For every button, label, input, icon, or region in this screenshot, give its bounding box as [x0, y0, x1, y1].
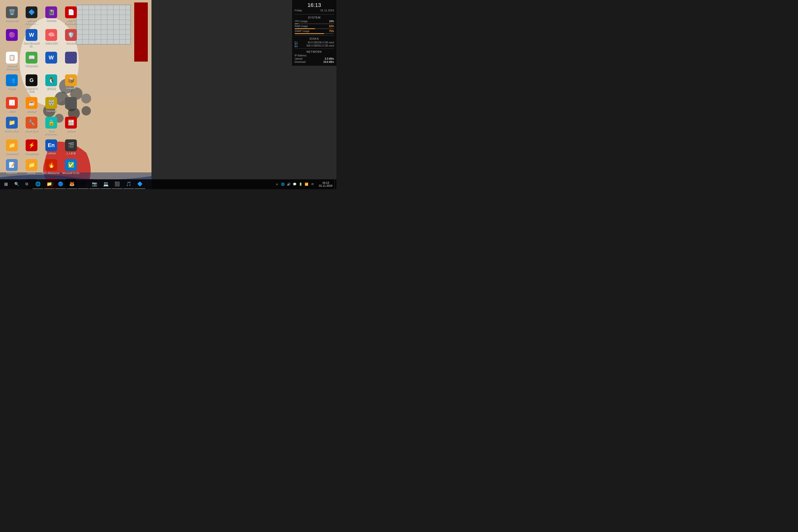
- icon-blurred1[interactable]: [61, 50, 81, 72]
- icon-word2[interactable]: W: [41, 50, 61, 72]
- taskbar-app-app[interactable]: 🔷: [134, 179, 145, 189]
- icon-overwolf[interactable]: 🐺Overwolf: [41, 95, 61, 115]
- icon-cdisplay[interactable]: 📖CDisplayEx: [22, 50, 41, 72]
- disks-section-title: DISKS: [294, 36, 334, 40]
- start-button[interactable]: ⊞: [0, 179, 12, 189]
- icon-label-people: People: [8, 87, 16, 90]
- ram-fill: [294, 28, 315, 29]
- icon-qq[interactable]: 🐧腾讯QQ: [41, 72, 61, 95]
- icon-box-immunet: 🛡️: [65, 29, 77, 41]
- icon-label-cdisplay: CDisplayEx: [25, 64, 38, 68]
- icon-ms-todo[interactable]: ✅Microsoft To Do: [61, 157, 81, 177]
- disk-d-label[interactable]: D:\: [294, 44, 298, 47]
- icon-ms-word[interactable]: WNew Microsoft W...: [22, 27, 41, 50]
- icon-documents[interactable]: 📁Documents: [2, 137, 22, 157]
- icon-jetbrains[interactable]: 🔷JetBrains PyCharm ...: [22, 4, 41, 27]
- taskbar-app-edge[interactable]: 🌐: [33, 179, 43, 189]
- taskbar-app-explorer[interactable]: 📁: [44, 179, 55, 189]
- icon-driver-easy[interactable]: 🔧Driver Easy: [22, 115, 41, 137]
- clock-time: 16:13: [322, 181, 329, 184]
- taskbar-app-firefox[interactable]: 🦊: [66, 179, 77, 189]
- upload-label: Upload: [294, 57, 302, 60]
- swap-row: SWAP Usage 75%: [294, 30, 334, 33]
- icon-abbyy[interactable]: 📄ABBYY FineRead...: [61, 4, 81, 27]
- icon-endnote[interactable]: EnEndNote: [41, 137, 61, 157]
- icon-label-xmind: XMind ZEN: [45, 42, 57, 45]
- tray-arrow[interactable]: ∧: [274, 182, 280, 187]
- icon-whiteboard[interactable]: 📋Microsoft Whiteboard: [2, 50, 22, 72]
- icon-onenote[interactable]: 📓OneNote: [41, 4, 61, 27]
- sysinfo-panel: 16:13 Friday 01.11.2019 SYSTEM CPU Usage…: [292, 0, 337, 66]
- icon-box-logitech: G: [25, 74, 37, 86]
- icon-box-jetbrains: 🔷: [25, 6, 37, 18]
- swap-fill: [294, 33, 324, 34]
- icon-surface[interactable]: 🪟Surface: [61, 115, 81, 137]
- taskbar-app-terminal[interactable]: ⬛: [112, 179, 123, 189]
- icon-box-backup: 📁: [25, 159, 37, 171]
- tray-volume[interactable]: 🔊: [286, 182, 291, 187]
- icon-label-jetbrains: JetBrains PyCharm ...: [23, 19, 40, 25]
- taskbar-app-music[interactable]: 🎵: [123, 179, 134, 189]
- icon-blurred2[interactable]: [61, 95, 81, 115]
- icon-purple-app[interactable]: 🟣: [2, 27, 22, 50]
- icon-label-msi: MSI Afterburner: [43, 172, 60, 175]
- icon-cisco[interactable]: 🔒Cisco AnyConne...: [41, 115, 61, 137]
- icon-report[interactable]: 📝Report.txt: [2, 157, 22, 177]
- taskbar-clock[interactable]: 16:13 01.11.2019: [317, 179, 335, 189]
- time-display: 16:13: [294, 2, 334, 8]
- icon-box-office: 🅾: [6, 97, 18, 109]
- icon-immunet[interactable]: 🛡️Immunet: [61, 27, 81, 50]
- icon-label-ms-todo: Microsoft To Do: [62, 172, 79, 175]
- icon-software[interactable]: 📦Software: [61, 72, 81, 95]
- icon-renmei[interactable]: 🎬人人影视: [61, 137, 81, 157]
- download-row: Download 15.6 kB/s: [294, 61, 334, 63]
- icon-box-whiteboard: 📋: [6, 52, 18, 63]
- show-desktop-button[interactable]: [335, 179, 337, 189]
- icon-xmind[interactable]: 🧠XMind ZEN: [41, 27, 61, 50]
- tray-wifi[interactable]: 📶: [304, 182, 309, 187]
- date-label: 01.11.2019: [320, 9, 334, 12]
- tray-bluetooth[interactable]: ⟳: [310, 182, 315, 187]
- tray-network[interactable]: 🌐: [281, 182, 285, 187]
- icon-label-ms-word: New Microsoft W...: [23, 42, 40, 48]
- icon-work-aca[interactable]: 📁WORK_ACA...: [2, 115, 22, 137]
- icon-logitech[interactable]: GLogitech G HUB: [22, 72, 41, 95]
- icon-recycle-bin[interactable]: 🗑️Recycle Bin: [2, 4, 22, 27]
- tray-battery[interactable]: 🔋: [298, 182, 303, 187]
- icon-throttlestop[interactable]: ⚡ThrottleStop: [22, 137, 41, 157]
- disk-c-value: 83.0 GB/236.4 GB used: [308, 41, 334, 44]
- tray-msg[interactable]: 💬: [292, 182, 297, 187]
- icon-label-dfield: dfield.jar: [27, 110, 36, 113]
- taskbar-app-vs[interactable]: 💻: [100, 179, 111, 189]
- taskbar-tray: ∧ 🌐 🔊 💬 🔋 📶 ⟳: [273, 179, 317, 189]
- icon-label-endnote: EndNote: [46, 152, 56, 155]
- icon-dfield[interactable]: ☕dfield.jar: [22, 95, 41, 115]
- icon-box-work-aca: 📁: [6, 117, 18, 129]
- icon-backup[interactable]: 📁Backup: [22, 157, 41, 177]
- icon-msi[interactable]: 🔥MSI Afterburner: [41, 157, 61, 177]
- taskbar-app-chrome[interactable]: 🔵: [55, 179, 66, 189]
- task-view-button[interactable]: ⧉: [22, 179, 32, 189]
- ram-row: RAM Usage 52%: [294, 25, 334, 27]
- icon-label-immunet: Immunet: [66, 42, 76, 45]
- icon-box-word2: W: [45, 52, 57, 63]
- icon-label-office: Office: [8, 110, 15, 113]
- icon-label-backup: Backup: [27, 172, 36, 175]
- icon-label-documents: Documents: [6, 152, 18, 155]
- icon-label-recycle-bin: Recycle Bin: [5, 19, 18, 22]
- icon-label-abbyy: ABBYY FineRead...: [62, 19, 80, 25]
- taskbar-app-opera[interactable]: O: [78, 179, 89, 189]
- cpu-row: CPU Usage 10%: [294, 20, 334, 23]
- icon-people[interactable]: 👥People: [2, 72, 22, 95]
- icon-box-ms-word: W: [25, 29, 37, 41]
- download-label: Download: [294, 61, 305, 63]
- icon-box-cdisplay: 📖: [25, 52, 37, 63]
- icon-box-documents: 📁: [6, 139, 18, 151]
- icon-box-recycle-bin: 🗑️: [6, 6, 18, 18]
- disk-c-label[interactable]: C:\: [294, 41, 298, 44]
- search-button[interactable]: 🔍: [12, 179, 22, 189]
- day-label: Friday: [294, 9, 302, 12]
- disk-d-value: 566.4 GB/931.5 GB used: [306, 44, 334, 47]
- taskbar-app-camera[interactable]: 📷: [89, 179, 100, 189]
- icon-office[interactable]: 🅾Office: [2, 95, 22, 115]
